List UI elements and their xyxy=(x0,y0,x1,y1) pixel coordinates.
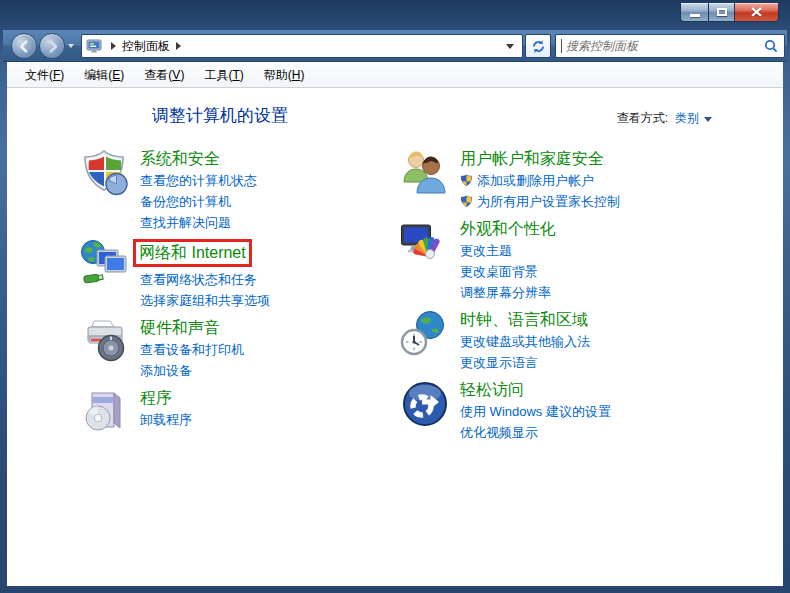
task-link[interactable]: 更改桌面背景 xyxy=(460,261,556,282)
task-link-label: 添加或删除用户帐户 xyxy=(477,170,594,191)
back-arrow-icon xyxy=(18,40,31,53)
category-hardware-and-sound: 硬件和声音 查看设备和打印机 添加设备 xyxy=(80,317,400,381)
maximize-button[interactable] xyxy=(708,3,735,22)
ease-of-access-icon xyxy=(400,379,450,429)
category-title-clock-region[interactable]: 时钟、语言和区域 xyxy=(460,309,590,331)
category-body: 系统和安全 查看您的计算机状态 备份您的计算机 查找并解决问题 xyxy=(140,148,257,233)
category-network-and-internet: 网络和 Internet 查看网络状态和任务 选择家庭组和共享选项 xyxy=(80,239,400,311)
close-button[interactable] xyxy=(734,3,779,22)
search-icon[interactable] xyxy=(764,39,778,53)
task-link[interactable]: 添加设备 xyxy=(140,360,244,381)
menu-label: 工具( xyxy=(204,68,232,82)
control-panel-icon xyxy=(86,38,102,54)
control-panel-home: 调整计算机的设置 查看方式: 类别 xyxy=(7,88,783,586)
forward-arrow-icon xyxy=(46,40,59,53)
forward-button[interactable] xyxy=(39,33,65,59)
category-system-and-security: 系统和安全 查看您的计算机状态 备份您的计算机 查找并解决问题 xyxy=(80,148,400,233)
uac-shield-icon xyxy=(460,195,473,208)
navigation-bar: 控制面板 xyxy=(3,30,787,62)
menu-label: ) xyxy=(300,68,304,82)
menu-label: ) xyxy=(120,68,124,82)
clock-language-region-icon xyxy=(400,309,450,359)
menu-label: 编辑( xyxy=(84,68,112,82)
task-link[interactable]: 选择家庭组和共享选项 xyxy=(140,290,270,311)
task-link[interactable]: 查看网络状态和任务 xyxy=(140,269,270,290)
task-link[interactable]: 调整屏幕分辨率 xyxy=(460,282,556,303)
category-programs: 程序 卸载程序 xyxy=(80,387,400,437)
programs-icon xyxy=(80,387,130,437)
breadcrumb-arrow-icon[interactable] xyxy=(176,42,181,50)
category-title-network-internet[interactable]: 网络和 Internet xyxy=(139,244,246,261)
left-column: 系统和安全 查看您的计算机状态 备份您的计算机 查找并解决问题 xyxy=(80,148,400,449)
category-title-programs[interactable]: 程序 xyxy=(140,387,192,409)
category-user-accounts-family-safety: 用户帐户和家庭安全 添加或删除用户帐户 xyxy=(400,148,720,212)
category-body: 网络和 Internet 查看网络状态和任务 选择家庭组和共享选项 xyxy=(140,239,270,311)
view-by-control: 查看方式: 类别 xyxy=(617,110,712,127)
menu-item-view[interactable]: 查看(V) xyxy=(134,62,194,88)
task-link[interactable]: 优化视频显示 xyxy=(460,422,611,443)
category-title-hardware-sound[interactable]: 硬件和声音 xyxy=(140,317,244,339)
address-dropdown-icon[interactable] xyxy=(506,44,514,49)
search-box[interactable] xyxy=(555,34,785,58)
category-body: 轻松访问 使用 Windows 建议的设置 优化视频显示 xyxy=(460,379,611,443)
back-button[interactable] xyxy=(11,33,37,59)
address-bar[interactable]: 控制面板 xyxy=(81,34,523,58)
uac-shield-icon xyxy=(460,174,473,187)
menu-label: 文件( xyxy=(25,68,53,82)
category-body: 用户帐户和家庭安全 添加或删除用户帐户 xyxy=(460,148,620,212)
refresh-button[interactable] xyxy=(525,34,551,58)
category-title-system-security[interactable]: 系统和安全 xyxy=(140,148,257,170)
category-body: 外观和个性化 更改主题 更改桌面背景 调整屏幕分辨率 xyxy=(460,218,556,303)
user-accounts-icon xyxy=(400,148,450,198)
task-link[interactable]: 添加或删除用户帐户 xyxy=(460,170,620,191)
task-link-label: 为所有用户设置家长控制 xyxy=(477,191,620,212)
breadcrumb-root-arrow-icon[interactable] xyxy=(111,42,116,50)
task-link[interactable]: 更改显示语言 xyxy=(460,352,590,373)
category-clock-language-region: 时钟、语言和区域 更改键盘或其他输入法 更改显示语言 xyxy=(400,309,720,373)
system-security-icon xyxy=(80,148,130,198)
task-link[interactable]: 更改主题 xyxy=(460,240,556,261)
recent-pages-dropdown-icon[interactable] xyxy=(68,44,74,48)
menu-label: ) xyxy=(240,68,244,82)
menu-label: 查看( xyxy=(144,68,172,82)
menu-item-help[interactable]: 帮助(H) xyxy=(254,62,315,88)
highlight-box: 网络和 Internet xyxy=(133,239,252,267)
category-body: 程序 卸载程序 xyxy=(140,387,192,437)
menu-item-edit[interactable]: 编辑(E) xyxy=(74,62,134,88)
category-body: 硬件和声音 查看设备和打印机 添加设备 xyxy=(140,317,244,381)
task-link[interactable]: 卸载程序 xyxy=(140,409,192,430)
appearance-personalization-icon xyxy=(400,218,450,268)
category-appearance-personalization: 外观和个性化 更改主题 更改桌面背景 调整屏幕分辨率 xyxy=(400,218,720,303)
task-link[interactable]: 查找并解决问题 xyxy=(140,212,257,233)
minimize-icon xyxy=(690,14,700,17)
window-frame: { "window": { "navbar": { "breadcrumb_it… xyxy=(0,0,790,593)
task-link[interactable]: 使用 Windows 建议的设置 xyxy=(460,401,611,422)
breadcrumb-item-control-panel[interactable]: 控制面板 xyxy=(122,38,170,55)
view-by-value-link[interactable]: 类别 xyxy=(675,110,699,127)
task-link[interactable]: 查看设备和打印机 xyxy=(140,339,244,360)
refresh-icon xyxy=(531,39,546,54)
close-icon xyxy=(751,7,762,17)
caption-buttons xyxy=(680,3,779,22)
view-by-dropdown-icon[interactable] xyxy=(704,117,712,122)
maximize-icon xyxy=(717,8,727,16)
task-link[interactable]: 更改键盘或其他输入法 xyxy=(460,331,590,352)
category-title-ease-of-access[interactable]: 轻松访问 xyxy=(460,379,611,401)
category-body: 时钟、语言和区域 更改键盘或其他输入法 更改显示语言 xyxy=(460,309,590,373)
menu-item-tools[interactable]: 工具(T) xyxy=(194,62,253,88)
task-link[interactable]: 查看您的计算机状态 xyxy=(140,170,257,191)
task-link[interactable]: 为所有用户设置家长控制 xyxy=(460,191,620,212)
menu-item-file[interactable]: 文件(F) xyxy=(15,62,74,88)
menu-label: 帮助( xyxy=(264,68,292,82)
network-internet-icon xyxy=(80,239,130,289)
minimize-button[interactable] xyxy=(680,3,709,22)
task-link[interactable]: 备份您的计算机 xyxy=(140,191,257,212)
menu-label: ) xyxy=(180,68,184,82)
menu-label: ) xyxy=(60,68,64,82)
search-input[interactable] xyxy=(562,39,764,53)
category-title-appearance[interactable]: 外观和个性化 xyxy=(460,218,556,240)
category-title-user-accounts[interactable]: 用户帐户和家庭安全 xyxy=(460,148,620,170)
right-column: 用户帐户和家庭安全 添加或删除用户帐户 xyxy=(400,148,720,449)
view-by-label: 查看方式: xyxy=(617,110,668,127)
menu-key: T xyxy=(232,68,239,82)
